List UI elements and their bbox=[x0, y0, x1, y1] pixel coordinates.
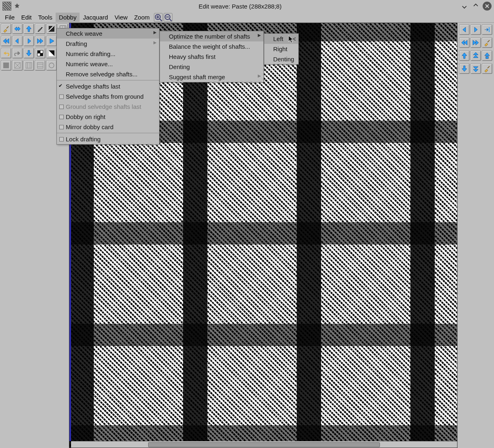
tool-pattern-5[interactable] bbox=[46, 60, 57, 71]
tool-undo[interactable] bbox=[1, 48, 11, 58]
menu-tools[interactable]: Tools bbox=[35, 13, 56, 22]
tool-stairs-pattern[interactable] bbox=[46, 24, 57, 34]
tool-pattern-3[interactable] bbox=[24, 60, 34, 71]
check-item-merge[interactable]: Suggest shaft merge bbox=[160, 72, 263, 82]
dropdown-dobby: Check weave Drafting Numeric drafting...… bbox=[56, 28, 160, 145]
svg-rect-7 bbox=[37, 53, 40, 56]
tool-brush[interactable] bbox=[1, 24, 11, 34]
tool-rewind[interactable] bbox=[1, 36, 11, 46]
svg-rect-4 bbox=[37, 50, 40, 53]
dobby-item-numeric-weave[interactable]: Numeric weave... bbox=[57, 59, 159, 69]
dobby-item-remove-selvedge[interactable]: Remove selvedge shafts... bbox=[57, 69, 159, 79]
dobby-item-check-weave[interactable]: Check weave bbox=[57, 28, 159, 39]
zoom-out-button[interactable] bbox=[164, 13, 173, 22]
rtool-left[interactable] bbox=[459, 24, 470, 35]
svg-rect-14 bbox=[489, 27, 490, 32]
tool-pattern-2[interactable] bbox=[12, 60, 23, 71]
tool-checker[interactable] bbox=[35, 48, 45, 58]
rtool-goto[interactable] bbox=[482, 24, 492, 35]
rtool-broom-2[interactable] bbox=[482, 63, 492, 74]
app-icon bbox=[2, 2, 11, 11]
tool-play[interactable] bbox=[46, 36, 57, 46]
tool-arrow-down[interactable] bbox=[24, 48, 34, 58]
svg-rect-6 bbox=[40, 50, 43, 53]
tool-step-back[interactable] bbox=[12, 36, 23, 46]
svg-rect-2 bbox=[49, 26, 54, 32]
titlebar: Edit weave: Paste (288x288;8) bbox=[0, 0, 494, 12]
close-button[interactable] bbox=[483, 2, 492, 11]
scrollbar-horizontal[interactable] bbox=[71, 441, 457, 448]
rtool-right[interactable] bbox=[470, 24, 481, 35]
menu-edit[interactable]: Edit bbox=[18, 13, 35, 22]
optimize-item-left-label: Left bbox=[273, 35, 283, 42]
check-item-optimize[interactable]: Optimize the number of shafts bbox=[160, 31, 263, 41]
tool-pattern-4[interactable] bbox=[35, 60, 45, 71]
tool-pattern-1[interactable] bbox=[1, 60, 11, 71]
rtool-right-double[interactable] bbox=[470, 37, 481, 48]
tool-arrow-up[interactable] bbox=[24, 24, 34, 34]
tool-mirror-h[interactable] bbox=[12, 24, 23, 34]
svg-rect-5 bbox=[40, 53, 43, 56]
svg-rect-10 bbox=[26, 63, 32, 68]
rtool-up[interactable] bbox=[459, 50, 470, 61]
rtool-down-double[interactable] bbox=[470, 63, 481, 74]
tool-fast-forward[interactable] bbox=[35, 36, 45, 46]
minimize-button[interactable] bbox=[460, 2, 469, 11]
dobby-item-selvedge-last[interactable]: Selvedge shafts last bbox=[57, 81, 159, 91]
menubar: File Edit Tools Dobby Jacquard View Zoom bbox=[0, 12, 494, 23]
svg-point-12 bbox=[49, 63, 54, 68]
scrollbar-thumb[interactable] bbox=[148, 442, 380, 447]
check-item-heavy[interactable]: Heavy shafts first bbox=[160, 52, 263, 62]
rtool-up-double[interactable] bbox=[470, 50, 481, 61]
dobby-item-mirror[interactable]: Mirror dobby card bbox=[57, 122, 159, 132]
right-toolbar bbox=[457, 23, 494, 448]
dobby-item-lock-drafting[interactable]: Lock drafting bbox=[57, 134, 159, 144]
pin-icon[interactable] bbox=[14, 3, 20, 9]
dobby-sep-2 bbox=[57, 133, 159, 133]
tool-redo[interactable] bbox=[12, 48, 23, 58]
rtool-left-double[interactable] bbox=[459, 37, 470, 48]
dobby-sep-1 bbox=[57, 80, 159, 80]
menu-dobby[interactable]: Dobby bbox=[56, 13, 80, 22]
rtool-up-box[interactable] bbox=[482, 50, 492, 61]
menu-file[interactable]: File bbox=[2, 13, 18, 22]
dobby-item-drafting[interactable]: Drafting bbox=[57, 39, 159, 49]
tool-stairs-up[interactable] bbox=[35, 24, 45, 34]
optimize-item-right[interactable]: Right bbox=[264, 44, 298, 54]
rtool-broom-1[interactable] bbox=[482, 37, 492, 48]
menu-view[interactable]: View bbox=[111, 13, 131, 22]
window-title: Edit weave: Paste (288x288;8) bbox=[23, 3, 457, 10]
tool-invert[interactable] bbox=[46, 48, 57, 58]
dobby-item-ground-selvedge: Ground selvedge shafts last bbox=[57, 102, 159, 112]
menu-zoom[interactable]: Zoom bbox=[131, 13, 153, 22]
svg-rect-15 bbox=[486, 56, 488, 58]
check-item-denting[interactable]: Denting bbox=[160, 62, 263, 72]
svg-rect-11 bbox=[37, 63, 43, 68]
tool-step-forward[interactable] bbox=[24, 36, 34, 46]
maximize-button[interactable] bbox=[471, 2, 480, 11]
check-item-balance[interactable]: Balance the weight of shafts... bbox=[160, 41, 263, 52]
svg-rect-8 bbox=[3, 63, 9, 68]
menu-jacquard[interactable]: Jacquard bbox=[80, 13, 111, 22]
zoom-in-button[interactable] bbox=[154, 13, 163, 22]
dobby-item-numeric-drafting[interactable]: Numeric drafting... bbox=[57, 49, 159, 59]
dobby-item-selvedge-ground[interactable]: Selvedge shafts from ground bbox=[57, 91, 159, 102]
mouse-cursor-icon bbox=[287, 35, 296, 44]
dobby-item-dobby-right[interactable]: Dobby on right bbox=[57, 112, 159, 122]
optimize-item-denting[interactable]: Denting bbox=[264, 54, 298, 64]
rtool-down[interactable] bbox=[459, 63, 470, 74]
dropdown-check-weave: Optimize the number of shafts Balance th… bbox=[160, 31, 264, 82]
